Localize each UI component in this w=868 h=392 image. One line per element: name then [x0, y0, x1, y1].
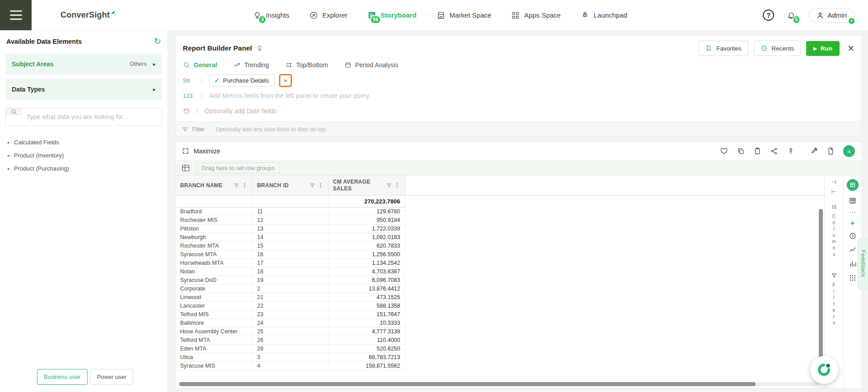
tree-item-product-inventory[interactable]: ▸ Product (Inventory) [5, 150, 162, 161]
more-options-icon[interactable]: ⋯ [849, 211, 856, 214]
col-header-branch-name[interactable]: BRANCH NAME ⋮ [176, 175, 252, 195]
strings-label: Str. [183, 77, 195, 84]
chevron-right-icon: ▸ [153, 61, 156, 67]
tab-general[interactable]: General [183, 61, 217, 69]
filters-panel-button[interactable]: Filters [831, 272, 837, 326]
collapse-right-icon[interactable]: ⊢ [831, 189, 836, 195]
table-row[interactable]: Syracuse DoD196,096.7083 [176, 276, 824, 284]
horizontal-scrollbar[interactable] [179, 382, 820, 386]
filter-row[interactable]: Filter Optionally add any data fields to… [176, 121, 861, 137]
vertical-scrollbar[interactable] [819, 209, 823, 380]
nav-item-label: Insights [266, 11, 289, 19]
share-icon[interactable] [770, 147, 778, 155]
tools-wrench-icon[interactable] [810, 147, 818, 155]
tab-trending[interactable]: Trending [233, 61, 269, 69]
power-user-button[interactable]: Power user [90, 369, 134, 385]
export-file-icon[interactable] [826, 147, 835, 155]
sidebar-title: Available Data Elements [6, 38, 82, 45]
column-menu-icon[interactable]: ⋮ [395, 182, 400, 189]
history-clock-icon[interactable] [849, 232, 857, 240]
table-row[interactable]: Horseheads MTA171,134.2542 [176, 258, 824, 267]
hint-bulb-icon[interactable] [256, 45, 263, 52]
notifications-bell-icon[interactable]: 5 [787, 11, 796, 20]
business-user-button[interactable]: Business user [37, 369, 88, 385]
favorites-button[interactable]: Favorites [698, 41, 748, 56]
grid-view-icon[interactable] [849, 197, 857, 205]
columns-icon [831, 204, 837, 210]
nav-item-apps-space[interactable]: Apps Space [511, 11, 561, 20]
tab-top-bottom[interactable]: Top/Bottom [285, 61, 328, 69]
data-types-section[interactable]: Data Types ▸ [5, 79, 162, 100]
subject-areas-section[interactable]: Subject Areas Others ▸ [5, 54, 162, 74]
pin-icon[interactable] [787, 147, 795, 155]
metrics-field-row[interactable]: 123 ⋮ Add Metrics fields from the left p… [183, 88, 854, 103]
column-filter-icon[interactable] [234, 183, 239, 188]
favorites-label: Favorites [716, 45, 742, 52]
table-row[interactable]: Corporate213,876.4412 [176, 284, 824, 293]
table-row[interactable]: Hose Assembly Center254,777.3139 [176, 327, 824, 336]
table-row[interactable]: Telford MTA26110.4000 [176, 336, 824, 344]
row-group-bar[interactable]: Drag here to set row groups [176, 160, 861, 175]
brand-logo[interactable]: ConverSight [60, 10, 117, 20]
table-view-active-icon[interactable] [847, 179, 859, 191]
col-header-branch-id[interactable]: BRANCH ID ⋮ [252, 175, 328, 195]
column-menu-icon[interactable]: ⋮ [242, 182, 248, 189]
table-row[interactable]: Linwood21473.1525 [176, 293, 824, 301]
columns-panel-button[interactable]: Columns [831, 204, 837, 258]
table-row[interactable]: Syracuse MTA161,256.5500 [176, 250, 824, 258]
columns-panel-label: Columns [831, 213, 837, 258]
table-row[interactable]: Syracuse MIS4158,871.5562 [176, 361, 824, 370]
column-filter-icon[interactable] [386, 183, 392, 188]
tree-item-calculated-fields[interactable]: ▸ Calculated Fields [5, 137, 162, 148]
maximize-button[interactable]: Maximize [182, 148, 220, 155]
table-row[interactable]: Rochester MTA15620.7833 [176, 241, 824, 250]
column-filter-icon[interactable] [310, 183, 315, 188]
tab-period-analysis[interactable]: Period Analysis [344, 61, 399, 69]
table-row[interactable]: Rochester MIS12950.9184 [176, 216, 824, 224]
table-row[interactable]: Telford MIS23151.7647 [176, 310, 824, 318]
nav-item-insights[interactable]: 3 Insights [253, 11, 289, 20]
expand-fields-button[interactable]: » [281, 76, 290, 85]
hamburger-menu-button[interactable] [0, 0, 32, 30]
nav-item-explorer[interactable]: Explorer [309, 11, 348, 20]
close-icon[interactable]: × [848, 43, 854, 54]
table-row[interactable]: Utica368,783.7213 [176, 353, 824, 361]
table-row[interactable]: Nolan184,703.6387 [176, 267, 824, 276]
col-header-cm-average-sales[interactable]: CM AVERAGE SALES ⋮ [328, 175, 405, 195]
metrics-placeholder: Add Metrics fields from the left panel t… [209, 92, 371, 99]
assistant-logo-button[interactable] [810, 356, 838, 384]
tree-item-product-purchasing[interactable]: ▸ Product (Purchasing) [5, 163, 162, 174]
apps-grid-icon[interactable] [849, 274, 857, 282]
bar-chart-icon[interactable] [849, 260, 857, 268]
line-chart-icon[interactable] [849, 246, 857, 254]
purchase-details-chip[interactable]: ✓ Purchase Details [209, 74, 274, 87]
chevron-right-icon: ▸ [8, 140, 10, 145]
table-row[interactable]: Bradford11129.6780 [176, 207, 824, 216]
favorite-heart-icon[interactable] [720, 147, 728, 155]
table-row[interactable]: Newburgh141,092.0183 [176, 233, 824, 241]
nav-item-storyboard[interactable]: 99 Storyboard [367, 11, 417, 20]
clipboard-icon[interactable] [753, 147, 761, 155]
help-icon[interactable]: ? [763, 9, 774, 21]
nav-item-market-space[interactable]: Market Space [436, 11, 492, 20]
admin-user-button[interactable]: Admin ▾ [808, 8, 854, 23]
table-row[interactable]: Baltimore2410.3333 [176, 318, 824, 327]
search-input[interactable] [22, 108, 162, 125]
collapse-left-icon[interactable]: ⊣ [831, 179, 836, 185]
check-icon: ✓ [214, 77, 219, 84]
column-menu-icon[interactable]: ⋮ [318, 182, 324, 189]
panel-title: Report Builder Panel [183, 44, 252, 52]
recents-button[interactable]: Recents [754, 41, 801, 56]
table-row[interactable]: Pittston131,722.0339 [176, 224, 824, 233]
copy-icon[interactable] [737, 147, 745, 155]
nav-item-launchpad[interactable]: Launchpad [580, 11, 627, 20]
nav-item-label: Storyboard [381, 11, 417, 19]
feedback-tab[interactable]: Feedback [858, 238, 868, 290]
visualization-icon[interactable] [843, 145, 855, 157]
refresh-icon[interactable]: ↻ [154, 37, 161, 46]
run-button[interactable]: ▶ Run [806, 41, 840, 56]
add-view-icon[interactable]: + [850, 220, 855, 226]
dates-field-row[interactable]: ⋮ Optionally add Date fields [183, 103, 854, 119]
table-row[interactable]: Lancaster22588.1358 [176, 301, 824, 310]
table-row[interactable]: Eden MTA28520.6250 [176, 344, 824, 353]
